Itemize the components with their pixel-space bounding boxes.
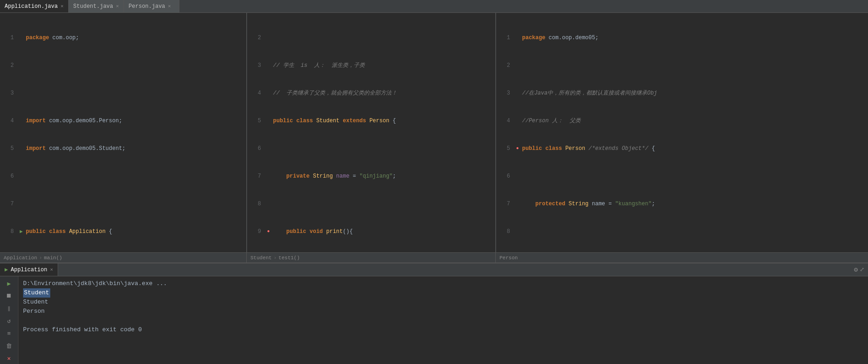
output-line-person: Person	[23, 307, 863, 316]
tab-student[interactable]: Student.java ×	[69, 0, 124, 12]
table-row: 2	[4, 61, 243, 70]
table-row: 7 protected String name = "kuangshen";	[500, 199, 864, 209]
table-row: 4// 子类继承了父类，就会拥有父类的全部方法！	[251, 89, 492, 98]
table-row: 7	[4, 199, 243, 209]
code-lines-application: 1package com.oop; 2 3 4import com.oop.de…	[0, 13, 246, 252]
panel-settings: ⚙ ⤢	[854, 263, 868, 276]
table-row: 6	[500, 172, 864, 181]
output-line-student: Student	[23, 298, 863, 307]
table-row: 1package com.oop;	[4, 33, 243, 42]
code-area-application[interactable]: 1package com.oop; 2 3 4import com.oop.de…	[0, 13, 246, 252]
tab-application[interactable]: Application.java ×	[0, 0, 69, 12]
output-line-process: Process finished with exit code 0	[23, 325, 863, 334]
editor-pane-application: 1package com.oop; 2 3 4import com.oop.de…	[0, 13, 247, 263]
panel-content: ▶ ⏹ ‖ ↺ ≡ 🗑 ✕ D:\Environment\jdk8\jdk\bi…	[0, 276, 868, 364]
tab-person[interactable]: Person.java ×	[124, 0, 179, 12]
output-line-student-selected: Student	[23, 288, 863, 298]
table-row: 3	[4, 89, 243, 98]
table-row: 3//在Java中，所有的类，都默认直接或者间接继承Obj	[500, 89, 864, 98]
settings-icon[interactable]: ⚙	[854, 266, 858, 274]
clear-button[interactable]: 🗑	[4, 341, 15, 352]
code-lines-person: 1package com.oop.demo05; 2 3//在Java中，所有的…	[496, 13, 868, 252]
table-row: 7 private String name = "qinjiang";	[251, 172, 492, 181]
table-row: 8	[500, 227, 864, 236]
table-row: 2	[500, 61, 864, 70]
table-row: 5●public class Person /*extends Object*/…	[500, 144, 864, 153]
pause-button[interactable]: ‖	[4, 303, 15, 314]
output-person-text: Person	[23, 308, 45, 315]
editor-tab-bar: Application.java × Student.java × Person…	[0, 0, 868, 13]
tab-student-label: Student.java	[73, 3, 113, 10]
panel-tab-run-label: Application	[11, 267, 47, 273]
table-row: 5import com.oop.demo05.Student;	[4, 144, 243, 153]
breadcrumb-application: Application › main()	[0, 252, 246, 263]
table-row: 5public class Student extends Person {	[251, 116, 492, 125]
tab-person-close[interactable]: ×	[168, 4, 171, 9]
table-row: 9● public void print(){	[251, 227, 492, 236]
output-area[interactable]: D:\Environment\jdk8\jdk\bin\java.exe ...…	[18, 276, 868, 364]
breadcrumb-student: Student › test1()	[247, 252, 495, 263]
table-row: 2	[251, 33, 492, 42]
tab-application-close[interactable]: ×	[60, 4, 64, 9]
code-lines-student: 2 3// 学生 is 人： 派生类，子类 4// 子类继承了父类，就会拥有父类…	[247, 13, 495, 252]
output-process-text: Process finished with exit code 0	[23, 326, 142, 333]
table-row: 4import com.oop.demo05.Person;	[4, 116, 243, 125]
table-row: 6	[4, 172, 243, 181]
table-row: 1package com.oop.demo05;	[500, 33, 864, 42]
filter-button[interactable]: ≡	[4, 328, 15, 339]
tab-application-label: Application.java	[5, 3, 58, 10]
tab-student-close[interactable]: ×	[116, 4, 119, 9]
panel-tab-run-close[interactable]: ×	[50, 267, 53, 273]
table-row: 4//Person 人： 父类	[500, 116, 864, 125]
editor-pane-student: 2 3// 学生 is 人： 派生类，子类 4// 子类继承了父类，就会拥有父类…	[247, 13, 496, 263]
table-row: 3// 学生 is 人： 派生类，子类	[251, 61, 492, 70]
stop-button[interactable]: ⏹	[4, 291, 15, 301]
output-cmd-text: D:\Environment\jdk8\jdk\bin\java.exe ...	[23, 280, 167, 287]
bottom-panel: ▶ Application × ⚙ ⤢ ▶ ⏹ ‖ ↺ ≡ 🗑 ✕ D:\Env…	[0, 263, 868, 364]
panel-tab-bar: ▶ Application × ⚙ ⤢	[0, 263, 868, 276]
run-button[interactable]: ▶	[4, 278, 15, 289]
close-x-button[interactable]: ✕	[4, 353, 15, 364]
editor-pane-person: 1package com.oop.demo05; 2 3//在Java中，所有的…	[496, 13, 868, 263]
table-row: 8▶public class Application {	[4, 227, 243, 236]
code-area-student[interactable]: 2 3// 学生 is 人： 派生类，子类 4// 子类继承了父类，就会拥有父类…	[247, 13, 495, 252]
output-line-blank	[23, 316, 863, 325]
run-icon: ▶	[5, 266, 8, 273]
editor-area: 1package com.oop; 2 3 4import com.oop.de…	[0, 13, 868, 263]
rerun-button[interactable]: ↺	[4, 316, 15, 326]
code-area-person[interactable]: 1package com.oop.demo05; 2 3//在Java中，所有的…	[496, 13, 868, 252]
table-row: 6	[251, 144, 492, 153]
output-selected-text: Student	[23, 288, 50, 298]
panel-tab-run[interactable]: ▶ Application ×	[0, 263, 58, 276]
output-student-text: Student	[23, 298, 48, 305]
tab-person-label: Person.java	[129, 3, 165, 10]
table-row: 8	[251, 199, 492, 209]
external-icon[interactable]: ⤢	[860, 266, 864, 273]
output-line-cmd: D:\Environment\jdk8\jdk\bin\java.exe ...	[23, 279, 863, 288]
breadcrumb-person: Person	[496, 252, 868, 263]
panel-toolbar: ▶ ⏹ ‖ ↺ ≡ 🗑 ✕	[0, 276, 18, 364]
